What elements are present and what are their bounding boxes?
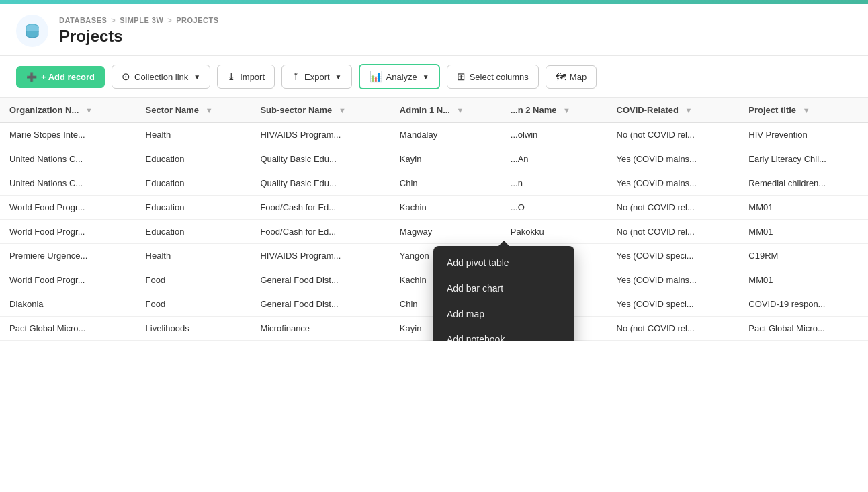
cell-subsector: Food/Cash for Ed... [251,196,390,220]
plus-icon: ➕ [26,72,37,82]
cell-sector: Education [136,147,251,171]
cell-subsector: HIV/AIDS Program... [251,122,390,147]
table-header-row: Organization N... ▼ Sector Name ▼ Sub-se… [0,98,868,122]
analyze-menu-item[interactable]: Add pivot table [433,250,574,276]
cell-sector: Health [136,122,251,147]
cell-org: Pact Global Micro... [0,317,136,341]
cell-admin1: Mandalay [390,122,501,147]
cell-sector: Health [136,244,251,268]
cell-sector: Education [136,196,251,220]
col-admin2: ...n 2 Name ▼ [501,98,607,122]
breadcrumb-projects: PROJECTS [176,16,218,24]
cell-org: United Nations C... [0,147,136,171]
cell-covid: No (not COVID rel... [607,317,740,341]
cell-covid: Yes (COVID speci... [607,292,740,317]
breadcrumb-sep-2: > [167,16,172,24]
filter-icon-sector[interactable]: ▼ [206,106,213,114]
cell-project_title: MM01 [739,268,868,292]
export-chevron-icon: ▼ [335,73,342,81]
cell-covid: Yes (COVID mains... [607,147,740,171]
analyze-menu-item[interactable]: Add bar chart [433,276,574,301]
table-container: Organization N... ▼ Sector Name ▼ Sub-se… [0,98,868,341]
header-icon-wrapper [16,15,48,47]
cell-project_title: MM01 [739,196,868,220]
cell-admin2: ...O [501,196,607,220]
cell-admin2: ...n [501,171,607,196]
cell-covid: No (not COVID rel... [607,122,740,147]
cell-admin2: ...olwin [501,122,607,147]
col-admin1: Admin 1 N... ▼ [390,98,501,122]
cell-covid: No (not COVID rel... [607,196,740,220]
cell-subsector: Quality Basic Edu... [251,171,390,196]
cell-org: Marie Stopes Inte... [0,122,136,147]
filter-icon-admin2[interactable]: ▼ [563,106,570,114]
analyze-button[interactable]: 📊 Analyze ▼ [359,64,440,89]
col-sector: Sector Name ▼ [136,98,251,122]
cell-project_title: Remedial children... [739,171,868,196]
cell-subsector: Microfinance [251,317,390,341]
table-row: United Nations C...EducationQuality Basi… [0,147,868,171]
breadcrumb-databases[interactable]: DATABASES [59,16,107,24]
header-text: DATABASES > SIMPLE 3W > PROJECTS Project… [59,16,219,46]
database-icon [23,22,42,40]
analyze-menu-item[interactable]: Add map [433,301,574,327]
cell-org: Diakonia [0,292,136,317]
filter-icon-admin1[interactable]: ▼ [457,106,464,114]
table-row: Marie Stopes Inte...HealthHIV/AIDS Progr… [0,122,868,147]
col-subsector: Sub-sector Name ▼ [251,98,390,122]
analyze-chevron-icon: ▼ [423,73,429,81]
cell-covid: No (not COVID rel... [607,220,740,244]
cell-subsector: Food/Cash for Ed... [251,220,390,244]
cell-sector: Education [136,171,251,196]
col-org: Organization N... ▼ [0,98,136,122]
filter-icon-subsector[interactable]: ▼ [339,106,346,114]
cell-covid: Yes (COVID speci... [607,244,740,268]
breadcrumb-simple3w[interactable]: SIMPLE 3W [120,16,163,24]
export-button[interactable]: ⤒ Export ▼ [281,65,351,89]
map-button[interactable]: 🗺 Map [546,65,597,89]
breadcrumb-sep-1: > [111,16,116,24]
add-record-button[interactable]: ➕ + Add record [16,66,105,88]
cell-org: World Food Progr... [0,196,136,220]
toolbar: ➕ + Add record ⊙ Collection link ▼ ⤓ Imp… [0,56,868,98]
analyze-dropdown: Add pivot tableAdd bar chartAdd mapAdd n… [433,246,574,341]
header: DATABASES > SIMPLE 3W > PROJECTS Project… [0,4,868,56]
cell-sector: Livelihoods [136,317,251,341]
cell-subsector: General Food Dist... [251,292,390,317]
cell-admin1: Chin [390,171,501,196]
filter-icon-covid[interactable]: ▼ [685,106,693,114]
cell-admin1: Kachin [390,196,501,220]
filter-icon-project-title[interactable]: ▼ [803,106,810,114]
breadcrumb: DATABASES > SIMPLE 3W > PROJECTS [59,16,219,24]
cell-subsector: General Food Dist... [251,268,390,292]
cell-org: World Food Progr... [0,220,136,244]
import-button[interactable]: ⤓ Import [217,65,275,89]
export-icon: ⤒ [292,71,300,83]
columns-icon: ⊞ [457,71,466,83]
table-row: United Nations C...EducationQuality Basi… [0,171,868,196]
cell-org: Premiere Urgence... [0,244,136,268]
cell-admin2: Pakokku [501,220,607,244]
select-columns-button[interactable]: ⊞ Select columns [447,65,539,89]
collection-link-button[interactable]: ⊙ Collection link ▼ [112,65,210,89]
cell-project_title: C19RM [739,244,868,268]
table-row: World Food Progr...EducationFood/Cash fo… [0,220,868,244]
cell-sector: Food [136,292,251,317]
cell-org: World Food Progr... [0,268,136,292]
cell-sector: Food [136,268,251,292]
cell-covid: Yes (COVID mains... [607,171,740,196]
cell-project_title: MM01 [739,220,868,244]
import-icon: ⤓ [227,71,236,83]
cell-admin1: Magway [390,220,501,244]
cell-project_title: Early Literacy Chil... [739,147,868,171]
analyze-menu-item[interactable]: Add notebook [433,327,574,341]
cell-project_title: HIV Prevention [739,122,868,147]
map-icon: 🗺 [556,71,566,83]
cell-covid: Yes (COVID mains... [607,268,740,292]
cell-org: United Nations C... [0,171,136,196]
cell-subsector: Quality Basic Edu... [251,147,390,171]
cell-admin2: ...An [501,147,607,171]
cell-subsector: HIV/AIDS Program... [251,244,390,268]
filter-icon-org[interactable]: ▼ [85,106,93,114]
cell-project_title: COVID-19 respon... [739,292,868,317]
